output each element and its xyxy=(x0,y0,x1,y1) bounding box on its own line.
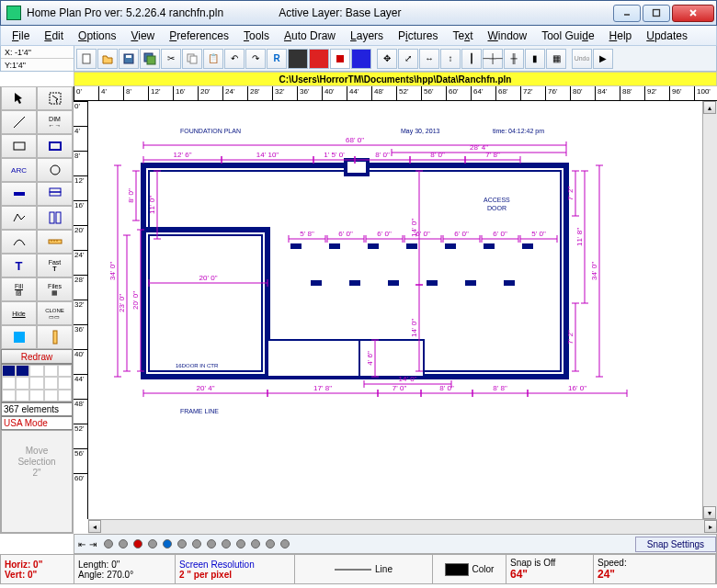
menu-text[interactable]: Text xyxy=(445,28,480,44)
tool-wall3[interactable] xyxy=(37,206,73,230)
snap-settings-button[interactable]: Snap Settings xyxy=(635,537,716,552)
tool-circle[interactable] xyxy=(37,158,73,182)
open-file-button[interactable] xyxy=(97,49,118,69)
vertical-scrollbar[interactable]: ▴ ▾ xyxy=(702,101,717,519)
color-swatch[interactable] xyxy=(445,563,469,576)
svg-text:34' 0": 34' 0" xyxy=(590,262,598,280)
tool-arrow[interactable] xyxy=(1,86,37,110)
minimize-button[interactable] xyxy=(613,5,641,22)
undo2-button[interactable]: Undo xyxy=(572,49,592,69)
snap-dots[interactable] xyxy=(97,539,297,548)
left-toolbox: DIM←→ARCTFastTFill▨Files▦HideCLONE▭▭ Red… xyxy=(0,86,74,534)
svg-rect-33 xyxy=(329,243,340,249)
halign-button[interactable]: ┃ xyxy=(461,49,482,69)
dist-button[interactable]: ╫ xyxy=(504,49,524,69)
tool-CLONE[interactable]: CLONE▭▭ xyxy=(37,301,73,325)
tool-Hide[interactable]: Hide xyxy=(1,301,37,325)
svg-text:14' 0": 14' 0" xyxy=(410,319,418,337)
tool-rulerv[interactable] xyxy=(37,325,73,349)
svg-text:12' 6": 12' 6" xyxy=(174,151,192,159)
tool-select[interactable] xyxy=(37,86,73,110)
status-snap-val: 64" xyxy=(510,568,589,581)
tool-rect2[interactable] xyxy=(37,134,73,158)
menu-preferences[interactable]: Preferences xyxy=(162,28,236,44)
menu-view[interactable]: View xyxy=(123,28,162,44)
tool-poly[interactable] xyxy=(1,206,37,230)
tool-Fast T[interactable]: FastT xyxy=(37,254,73,277)
center-button[interactable]: ─┼─ xyxy=(483,49,503,69)
menu-updates[interactable]: Updates xyxy=(639,28,695,44)
menu-edit[interactable]: Edit xyxy=(37,28,71,44)
menu-help[interactable]: Help xyxy=(602,28,640,44)
menu-file[interactable]: File xyxy=(5,28,37,44)
horizontal-scrollbar[interactable]: ◂ ▸ xyxy=(88,519,717,534)
tool-Files[interactable]: Files▦ xyxy=(37,277,73,301)
menu-autodraw[interactable]: Auto Draw xyxy=(277,28,343,44)
blue-button[interactable] xyxy=(351,49,371,69)
record-button[interactable] xyxy=(309,49,329,69)
undo-button[interactable]: ↶ xyxy=(224,49,245,69)
svg-rect-24 xyxy=(53,331,57,344)
scroll-right-button[interactable]: ▸ xyxy=(704,520,717,533)
tool-ARC[interactable]: ARC xyxy=(1,158,37,182)
menu-pictures[interactable]: Pictures xyxy=(391,28,445,44)
new-file-button[interactable] xyxy=(76,49,97,69)
maximize-button[interactable] xyxy=(643,5,670,22)
save-all-button[interactable] xyxy=(140,49,160,69)
stop-button[interactable] xyxy=(330,49,350,69)
tool-T[interactable]: T xyxy=(1,254,37,277)
svg-rect-8 xyxy=(190,56,197,63)
vpan-button[interactable]: ↕ xyxy=(440,49,461,69)
main-toolbar: ✂ 📋 ↶ ↷ R ✥ ⤢ ↔ ↕ ┃ ─┼─ ╫ ▮ ▦ Undo ▶ xyxy=(74,46,716,71)
svg-text:7' 8": 7' 8" xyxy=(485,151,500,159)
cut-button[interactable]: ✂ xyxy=(161,49,181,69)
svg-text:11' 0": 11' 0" xyxy=(148,196,156,214)
scroll-down-button[interactable]: ▾ xyxy=(703,506,716,519)
grid-button[interactable]: ▦ xyxy=(546,49,566,69)
r-button[interactable]: R xyxy=(267,49,287,69)
status-bar: Horiz: 0" Vert: 0" Length: 0" Angle: 270… xyxy=(0,554,717,584)
status-horiz: Horiz: 0" xyxy=(5,560,70,570)
menu-toolguide[interactable]: Tool Guide xyxy=(534,28,601,44)
scroll-up-button[interactable]: ▴ xyxy=(703,101,716,114)
svg-text:8' 0": 8' 0" xyxy=(375,151,390,159)
menu-tools[interactable]: Tools xyxy=(236,28,277,44)
svg-text:FOUNDATION PLAN: FOUNDATION PLAN xyxy=(180,128,241,134)
scroll-left-button[interactable]: ◂ xyxy=(88,520,101,533)
next-button[interactable]: ▶ xyxy=(593,49,613,69)
svg-rect-42 xyxy=(427,280,438,286)
color-palette[interactable] xyxy=(1,364,73,402)
move-tool[interactable]: ✥ xyxy=(377,49,397,69)
paste-button[interactable]: 📋 xyxy=(203,49,223,69)
svg-rect-44 xyxy=(504,280,515,286)
tool-tex[interactable] xyxy=(1,325,37,349)
close-button[interactable] xyxy=(672,5,714,22)
coord-x: X: -1'4" xyxy=(1,46,74,59)
tool-wall2[interactable] xyxy=(37,182,73,206)
drawing-canvas[interactable]: 68' 0"28' 4"12' 6"14' 10"1' 5' 0'8' 0"8'… xyxy=(88,101,702,519)
redraw-button[interactable]: Redraw xyxy=(1,349,73,364)
copy-button[interactable] xyxy=(182,49,202,69)
menu-window[interactable]: Window xyxy=(480,28,534,44)
dark-button[interactable] xyxy=(288,49,308,69)
column-button[interactable]: ▮ xyxy=(525,49,545,69)
redo-button[interactable]: ↷ xyxy=(245,49,266,69)
svg-rect-40 xyxy=(349,280,360,286)
tool-rect[interactable] xyxy=(1,134,37,158)
tool-Fill[interactable]: Fill▨ xyxy=(1,277,37,301)
tool-ruler[interactable] xyxy=(37,230,73,254)
svg-rect-4 xyxy=(126,55,131,58)
save-button[interactable] xyxy=(119,49,139,69)
svg-rect-39 xyxy=(311,280,322,286)
menu-layers[interactable]: Layers xyxy=(343,28,391,44)
svg-rect-41 xyxy=(388,280,399,286)
tool-curve[interactable] xyxy=(1,230,37,254)
zoom-in-button[interactable]: ⤢ xyxy=(398,49,418,69)
tool-line[interactable] xyxy=(1,110,37,134)
hpan-button[interactable]: ↔ xyxy=(419,49,439,69)
svg-rect-27 xyxy=(143,230,267,377)
svg-text:16DOOR IN CTR: 16DOOR IN CTR xyxy=(176,363,219,368)
menu-options[interactable]: Options xyxy=(71,28,123,44)
tool-wall1[interactable] xyxy=(1,182,37,206)
tool-DIM[interactable]: DIM←→ xyxy=(37,110,73,134)
